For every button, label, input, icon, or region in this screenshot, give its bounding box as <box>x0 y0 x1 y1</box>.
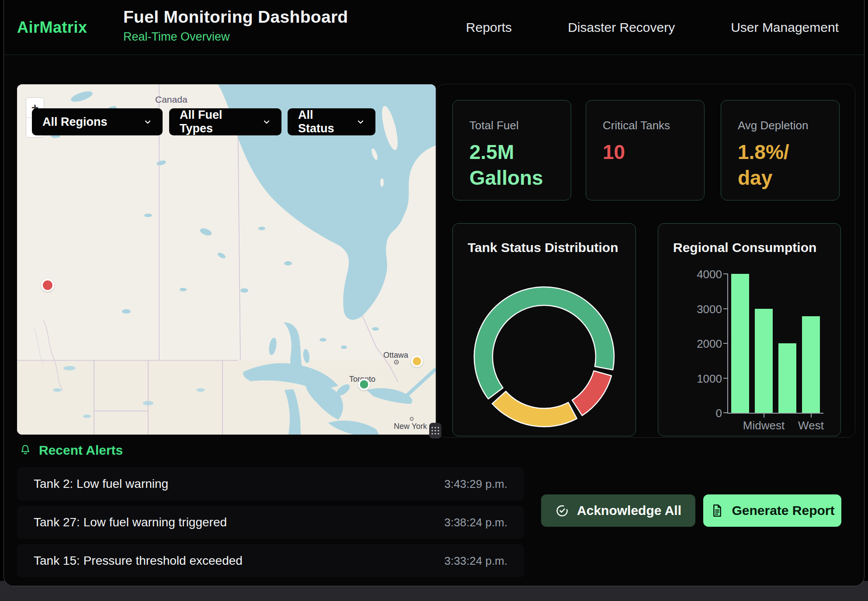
page-title: Fuel Monitoring Dashboard <box>123 7 348 27</box>
stat-label: Total Fuel <box>469 119 571 132</box>
stat-card-avg-depletion: Avg Depletion 1.8%/ day <box>721 100 840 200</box>
donut-segment-warning <box>492 391 577 427</box>
y-tick-label: 0 <box>661 407 722 420</box>
app-header: AirMatrix Fuel Monitoring Dashboard Real… <box>4 0 864 55</box>
region-filter-value: All Regions <box>42 115 108 129</box>
alert-message: Tank 2: Low fuel warning <box>34 477 168 491</box>
stat-card-critical-tanks: Critical Tanks 10 <box>586 100 705 200</box>
alert-message: Tank 15: Pressure threshold exceeded <box>34 554 243 568</box>
map-filters: All Regions All Fuel Types All Status <box>32 108 375 135</box>
page-subtitle: Real-Time Overview <box>123 30 348 44</box>
bar-west <box>802 316 820 413</box>
tank-marker-warning[interactable] <box>411 356 423 367</box>
brand-logo: AirMatrix <box>17 0 87 55</box>
chevron-down-icon <box>355 117 366 127</box>
regional-consumption-chart-card: Regional Consumption 01000200030004000Mi… <box>658 223 841 436</box>
tank-marker-critical[interactable] <box>41 279 54 292</box>
y-axis <box>727 274 728 414</box>
y-tick-label: 3000 <box>661 303 722 316</box>
bar-region-1 <box>731 274 749 413</box>
y-tick-label: 2000 <box>661 337 722 351</box>
tank-status-chart-card: Tank Status Distribution <box>452 223 636 436</box>
y-tick <box>723 412 728 413</box>
y-tick <box>723 378 728 379</box>
generate-report-button[interactable]: Generate Report <box>703 494 841 527</box>
chart-title: Tank Status Distribution <box>468 240 618 255</box>
region-filter-dropdown[interactable]: All Regions <box>32 108 163 135</box>
stat-label: Avg Depletion <box>738 119 839 132</box>
y-tick-label: 1000 <box>661 372 722 386</box>
x-tick <box>811 414 812 418</box>
chevron-down-icon <box>261 117 272 127</box>
donut-segment-critical <box>572 371 611 415</box>
tank-status-donut <box>470 283 618 431</box>
check-circle-icon <box>555 504 569 518</box>
y-tick <box>723 273 728 274</box>
alert-row: Tank 27: Low fuel warning triggered 3:38… <box>17 506 524 539</box>
fuel-monitoring-app: AirMatrix Fuel Monitoring Dashboard Real… <box>3 0 865 586</box>
stat-value: 1.8%/ day <box>738 139 839 191</box>
alert-row: Tank 15: Pressure threshold exceeded 3:3… <box>17 544 524 577</box>
stat-value: 10 <box>603 139 704 165</box>
nav-item-reports[interactable]: Reports <box>466 20 512 35</box>
fuel-type-filter-value: All Fuel Types <box>180 108 255 135</box>
status-filter-dropdown[interactable]: All Status <box>288 108 375 135</box>
bell-icon <box>19 444 32 457</box>
nav-item-user-management[interactable]: User Management <box>731 20 839 35</box>
bar-midwest <box>755 309 773 413</box>
x-tick <box>764 414 764 418</box>
grip-dots-icon <box>431 426 440 435</box>
regional-consumption-bars: 01000200030004000MidwestWest <box>658 224 840 436</box>
fuel-type-filter-dropdown[interactable]: All Fuel Types <box>169 108 281 135</box>
alert-message: Tank 27: Low fuel warning triggered <box>34 515 227 529</box>
metrics-panel: Total Fuel 2.5M Gallons Critical Tanks 1… <box>437 84 855 438</box>
acknowledge-all-button[interactable]: Acknowledge All <box>541 494 695 527</box>
alerts-header: Recent Alerts <box>19 443 123 458</box>
alert-row: Tank 2: Low fuel warning 3:43:29 p.m. <box>17 467 524 501</box>
chevron-down-icon <box>142 117 153 127</box>
status-filter-value: All Status <box>298 108 349 135</box>
alerts-title: Recent Alerts <box>39 443 123 458</box>
stat-card-total-fuel: Total Fuel 2.5M Gallons <box>452 100 571 200</box>
acknowledge-all-label: Acknowledge All <box>577 503 681 518</box>
x-axis <box>727 413 823 414</box>
y-tick-label: 4000 <box>661 268 722 281</box>
map-markers-layer <box>17 84 436 435</box>
y-tick <box>723 343 728 344</box>
title-block: Fuel Monitoring Dashboard Real-Time Over… <box>123 7 348 44</box>
stat-value: 2.5M Gallons <box>469 139 571 191</box>
x-tick-label: West <box>781 419 842 432</box>
generate-report-label: Generate Report <box>732 503 834 518</box>
tank-map[interactable]: Canada Ottawa Toronto New York + All Reg… <box>17 84 436 435</box>
alert-time: 3:43:29 p.m. <box>444 477 507 491</box>
alert-time: 3:33:24 p.m. <box>444 554 507 568</box>
stat-label: Critical Tanks <box>603 119 704 132</box>
bar-region-3 <box>778 343 796 413</box>
map-resize-handle[interactable] <box>429 423 441 439</box>
main-nav: Reports Disaster Recovery User Managemen… <box>466 0 839 55</box>
tank-marker-normal[interactable] <box>358 379 370 390</box>
y-tick <box>723 308 728 309</box>
nav-item-disaster-recovery[interactable]: Disaster Recovery <box>568 20 675 35</box>
document-icon <box>710 504 724 518</box>
alert-time: 3:38:24 p.m. <box>444 516 507 529</box>
